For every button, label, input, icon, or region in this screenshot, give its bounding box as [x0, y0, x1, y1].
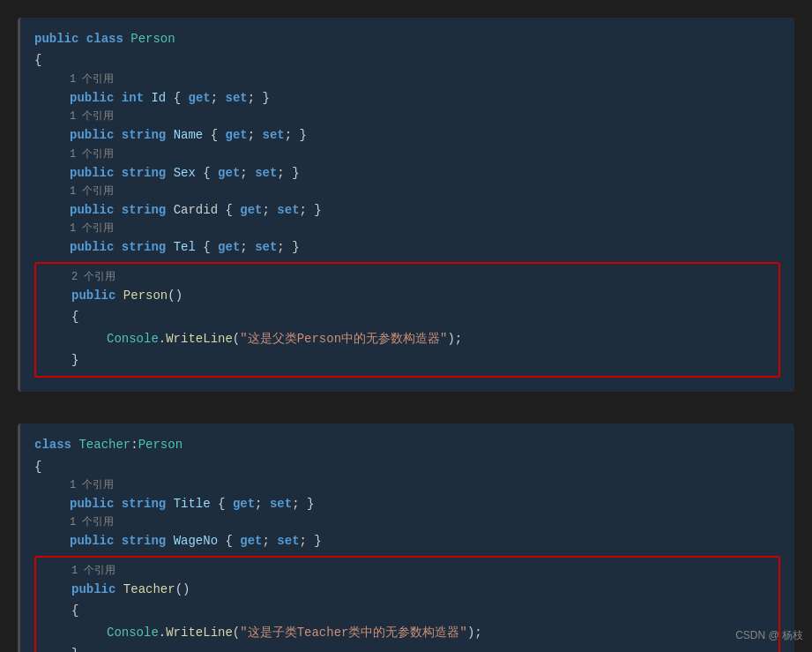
person-constructor-ref: 2 个引用: [71, 269, 778, 285]
person-tel-ref: 1 个引用: [70, 221, 780, 236]
teacher-class-name: Teacher: [78, 435, 130, 454]
watermark: CSDN @ 杨枝: [735, 628, 803, 643]
person-class-block: public class Person { 1 个引用 public int I…: [18, 18, 794, 392]
teacher-constructor-body: Console . WriteLine ( "这是子类Teacher类中的无参数…: [107, 622, 778, 643]
teacher-wageno-line: public string WageNo { get ; set ; }: [70, 530, 780, 551]
teacher-class-header: class Teacher : Person: [34, 434, 780, 455]
person-id-ref: 1 个引用: [70, 71, 780, 87]
person-name-ref: 1 个引用: [70, 109, 780, 124]
person-cardid-line: public string Cardid { get ; set ; }: [70, 199, 780, 221]
teacher-title-ref: 1 个引用: [70, 477, 780, 493]
person-open-brace: {: [34, 49, 780, 71]
teacher-constructor-open: {: [71, 600, 778, 621]
person-cardid-ref: 1 个引用: [70, 184, 780, 199]
person-class-name: Person: [130, 29, 175, 49]
person-id-line: public int Id { get ; set ; }: [70, 87, 780, 109]
person-sex-line: public string Sex { get ; set ; }: [70, 162, 780, 184]
section-divider: [0, 401, 812, 415]
teacher-constructor-close: }: [71, 643, 778, 652]
teacher-constructor-block: 1 个引用 public Teacher () { Console . Writ…: [34, 556, 780, 652]
teacher-constructor-ref: 1 个引用: [71, 563, 778, 579]
person-base-class: Person: [138, 435, 183, 454]
teacher-wageno-ref: 1 个引用: [70, 514, 780, 530]
code-container: public class Person { 1 个引用 public int I…: [0, 0, 812, 652]
public-keyword: public: [34, 29, 78, 49]
teacher-constructor-sig: public Teacher (): [71, 579, 778, 600]
teacher-class-block: class Teacher : Person { 1 个引用 public st…: [18, 423, 794, 652]
teacher-title-line: public string Title { get ; set ; }: [70, 493, 780, 514]
person-sex-ref: 1 个引用: [70, 146, 780, 162]
person-constructor-block: 2 个引用 public Person () { Console . Write…: [34, 262, 780, 378]
person-constructor-body: Console . WriteLine ( "这是父类Person中的无参数构造…: [107, 328, 778, 349]
person-constructor-close: }: [71, 349, 778, 371]
person-constructor-open: {: [71, 306, 778, 327]
teacher-open-brace: {: [34, 456, 780, 477]
person-name-line: public string Name { get ; set ; }: [70, 124, 780, 146]
person-constructor-sig: public Person (): [71, 285, 778, 306]
class-keyword: class: [86, 29, 123, 49]
person-class-header: public class Person: [34, 28, 780, 49]
person-tel-line: public string Tel { get ; set ; }: [70, 236, 780, 258]
